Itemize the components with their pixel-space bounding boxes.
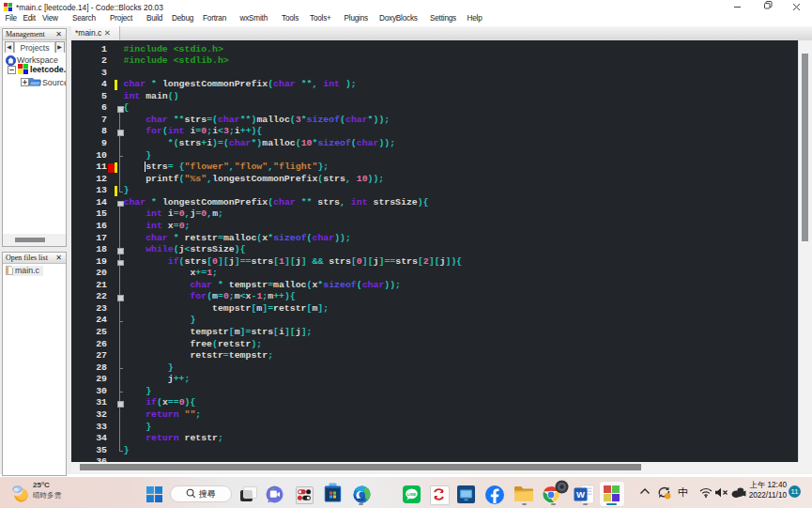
svg-text:LINE: LINE	[407, 492, 417, 497]
svg-text:W: W	[576, 489, 585, 500]
